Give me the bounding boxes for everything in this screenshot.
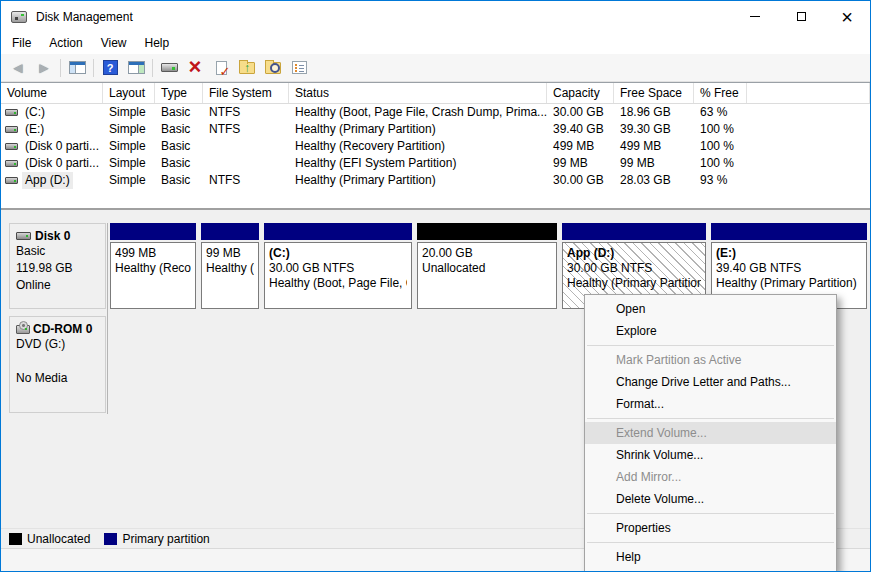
partition-body: 99 MBHealthy (E <box>201 242 259 309</box>
volume-icon <box>5 177 18 184</box>
cell-capacity: 499 MB <box>547 138 614 155</box>
partition-color-bar <box>711 223 867 240</box>
column-header-filler <box>747 83 870 103</box>
context-menu-item-open[interactable]: Open <box>585 298 836 320</box>
partition-title: App (D:) <box>567 246 701 261</box>
properties-list-icon[interactable] <box>286 56 312 79</box>
cell-type: Basic <box>155 121 203 138</box>
table-row[interactable]: (C:)SimpleBasicNTFSHealthy (Boot, Page F… <box>1 104 870 121</box>
cell-free: 499 MB <box>614 138 694 155</box>
back-icon[interactable] <box>5 56 31 79</box>
context-menu-item-delete-volume[interactable]: Delete Volume... <box>585 488 836 510</box>
partition-status: Healthy (Boot, Page File, C <box>269 276 407 291</box>
cell-filler <box>747 172 870 189</box>
context-menu-item-shrink-volume[interactable]: Shrink Volume... <box>585 444 836 466</box>
cell-status: Healthy (Primary Partition) <box>289 172 547 189</box>
cell-fs <box>203 138 289 155</box>
cell-layout: Simple <box>103 138 155 155</box>
cell-pct: 100 % <box>694 155 747 172</box>
table-row[interactable]: (Disk 0 parti...SimpleBasicHealthy (Reco… <box>1 138 870 155</box>
maximize-icon <box>797 12 806 21</box>
help-icon[interactable] <box>97 56 123 79</box>
column-header-capacity[interactable]: Capacity <box>547 83 614 103</box>
menu-action[interactable]: Action <box>40 34 91 52</box>
minimize-icon <box>750 16 760 17</box>
partition-block[interactable]: (C:)30.00 GB NTFSHealthy (Boot, Page Fil… <box>264 223 412 309</box>
disk0-info-panel[interactable]: Disk 0 Basic 119.98 GB Online <box>9 223 106 309</box>
cell-type: Basic <box>155 138 203 155</box>
context-menu-separator <box>587 513 834 514</box>
cell-pct: 63 % <box>694 104 747 121</box>
column-header--free[interactable]: % Free <box>694 83 747 103</box>
cell-free: 18.96 GB <box>614 104 694 121</box>
delete-volume-icon[interactable] <box>182 56 208 79</box>
disk0-status: Online <box>16 277 103 294</box>
cell-status: Healthy (EFI System Partition) <box>289 155 547 172</box>
disk-management-app-icon <box>11 11 27 23</box>
cell-filler <box>747 121 870 138</box>
window-title: Disk Management <box>36 10 133 24</box>
maximize-button[interactable] <box>778 1 824 32</box>
cdrom-info-panel[interactable]: CD-ROM 0 DVD (G:) No Media <box>9 316 106 413</box>
context-menu-item-help[interactable]: Help <box>585 546 836 568</box>
volume-list: VolumeLayoutTypeFile SystemStatusCapacit… <box>1 82 870 210</box>
partition-block[interactable]: 499 MBHealthy (Reco <box>110 223 196 309</box>
menu-view[interactable]: View <box>92 34 136 52</box>
partition-color-bar <box>110 223 196 240</box>
explore-folder-icon[interactable] <box>260 56 286 79</box>
cell-layout: Simple <box>103 104 155 121</box>
minimize-button[interactable] <box>732 1 778 32</box>
partition-title: (E:) <box>716 246 862 261</box>
volume-icon <box>5 143 18 150</box>
window-controls <box>732 1 870 32</box>
column-header-layout[interactable]: Layout <box>103 83 155 103</box>
partition-block[interactable]: 20.00 GBUnallocated <box>417 223 557 309</box>
column-header-status[interactable]: Status <box>289 83 547 103</box>
cell-volume: (Disk 0 parti... <box>1 155 103 172</box>
context-menu-item-format[interactable]: Format... <box>585 393 836 415</box>
table-row[interactable]: (Disk 0 parti...SimpleBasicHealthy (EFI … <box>1 155 870 172</box>
volume-list-header: VolumeLayoutTypeFile SystemStatusCapacit… <box>1 83 870 104</box>
cell-pct: 100 % <box>694 138 747 155</box>
partition-color-bar <box>201 223 259 240</box>
menu-file[interactable]: File <box>3 34 40 52</box>
volume-icon <box>5 160 18 167</box>
open-folder-icon[interactable] <box>234 56 260 79</box>
volume-label: App (D:) <box>22 172 73 189</box>
mark-active-icon[interactable] <box>208 56 234 79</box>
context-menu-separator <box>587 418 834 419</box>
column-header-free-space[interactable]: Free Space <box>614 83 694 103</box>
disk0-type: Basic <box>16 243 103 260</box>
cdrom-drive: DVD (G:) <box>16 336 103 353</box>
partition-status: Healthy (Reco <box>115 261 191 276</box>
volume-label: (E:) <box>22 121 47 138</box>
table-row[interactable]: App (D:)SimpleBasicNTFSHealthy (Primary … <box>1 172 870 189</box>
column-header-type[interactable]: Type <box>155 83 203 103</box>
context-menu-item-change-drive-letter-and-paths[interactable]: Change Drive Letter and Paths... <box>585 371 836 393</box>
table-row[interactable]: (E:)SimpleBasicNTFSHealthy (Primary Part… <box>1 121 870 138</box>
disk0-name: Disk 0 <box>35 229 70 243</box>
close-button[interactable] <box>824 1 870 32</box>
context-menu-item-properties[interactable]: Properties <box>585 517 836 539</box>
partition-body: (C:)30.00 GB NTFSHealthy (Boot, Page Fil… <box>264 242 412 309</box>
column-header-file-system[interactable]: File System <box>203 83 289 103</box>
cell-free: 28.03 GB <box>614 172 694 189</box>
cell-free: 39.30 GB <box>614 121 694 138</box>
toolbar-separator <box>60 59 61 77</box>
column-header-volume[interactable]: Volume <box>1 83 103 103</box>
partition-size: 20.00 GB <box>422 246 552 261</box>
volume-label: (Disk 0 parti... <box>22 155 102 172</box>
forward-icon[interactable] <box>31 56 57 79</box>
console-tree-icon[interactable] <box>64 56 90 79</box>
action-pane-icon[interactable] <box>123 56 149 79</box>
context-menu-item-explore[interactable]: Explore <box>585 320 836 342</box>
partition-size: 99 MB <box>206 246 254 261</box>
device-status-icon[interactable] <box>156 56 182 79</box>
partition-block[interactable]: 99 MBHealthy (E <box>201 223 259 309</box>
cell-type: Basic <box>155 104 203 121</box>
cell-filler <box>747 138 870 155</box>
menu-help[interactable]: Help <box>136 34 179 52</box>
legend-item: Unallocated <box>9 532 90 546</box>
cell-type: Basic <box>155 155 203 172</box>
context-menu-item-mark-partition-as-active: Mark Partition as Active <box>585 349 836 371</box>
